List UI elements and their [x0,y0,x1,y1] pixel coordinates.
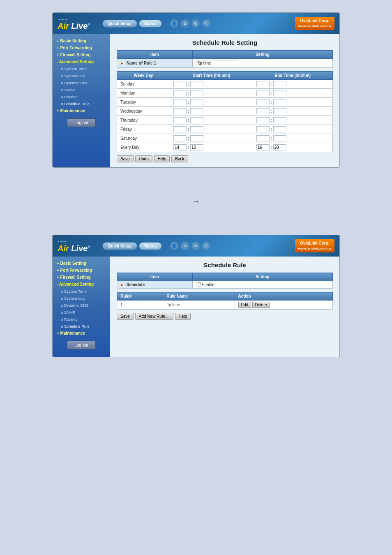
wednesday-end-h[interactable] [256,108,270,114]
panel2-setting-col-header: Setting [192,273,332,281]
logout-button[interactable]: Log out [67,118,96,127]
tuesday-start-m[interactable] [190,99,203,105]
tuesday-start-h[interactable] [173,99,187,105]
thursday-end-h[interactable] [256,117,270,123]
sidebar2-item-maintenance[interactable]: + Maintenance [55,330,108,337]
week-time-table: Week Day Start Time (hh:mm) End Time (hh… [117,71,333,152]
sidebar2-item-advanced-setting[interactable]: - Advanced Setting [55,281,108,288]
undo-button[interactable]: Undo [135,155,152,162]
nav-buttons: Quick Setup Status [102,20,162,28]
everyday-start-cell: : [170,143,253,152]
friday-end-m[interactable] [273,126,286,132]
sunday-end-h[interactable] [256,81,270,87]
refresh-icon: ↻ [191,19,200,28]
sidebar2-item-schedule-rule[interactable]: o Schedule Rule [55,323,108,330]
tuesday-end-h[interactable] [256,99,270,105]
sidebar-item-system-time[interactable]: o System Time [55,65,108,72]
sidebar2-item-basic-setting[interactable]: + Basic Setting [55,260,108,267]
tuesday-start-cell: : [170,98,253,107]
sunday-start-h[interactable] [173,81,187,87]
logout-button2[interactable]: Log out [67,341,96,349]
everyday-label: Every Day [117,143,170,152]
monday-end-h[interactable] [256,90,270,96]
sidebar-item-firewall-setting[interactable]: + Firewall Setting [55,51,108,58]
monday-end-m[interactable] [273,90,286,96]
status-btn2[interactable]: Status [139,242,162,250]
sidebar-item-port-forwarding[interactable]: + Port Forwarding [55,44,108,51]
edit-button[interactable]: Edit [238,302,251,308]
delete-button[interactable]: Delete [252,302,270,308]
rule-num-cell: 1 [117,301,163,310]
saturday-label: Saturday [117,134,170,143]
save-button[interactable]: Save [117,155,134,162]
sidebar2-item-system-log[interactable]: o System Log [55,295,108,302]
sunday-end-m[interactable] [273,81,286,87]
sidebar2-item-port-forwarding[interactable]: + Port Forwarding [55,267,108,274]
quick-setup-btn[interactable]: Quick Setup [102,20,137,28]
table-row: Saturday : : [117,134,333,143]
table-row: Tuesday : : [117,98,333,107]
logo-text: Air Live® [58,22,90,30]
everyday-start-m[interactable] [190,144,203,150]
sunday-start-m[interactable] [190,81,203,87]
saturday-end-h[interactable] [256,135,270,141]
saturday-end-m[interactable] [273,135,286,141]
sidebar-item-dynamic-dns[interactable]: o Dynamic DNS [55,79,108,86]
sidebar2-item-dynamic-dns[interactable]: o Dynamic DNS [55,302,108,309]
sidebar2-item-routing[interactable]: o Routing [55,316,108,323]
sidebar-item-maintenance[interactable]: + Maintenance [55,107,108,114]
add-new-rule-button[interactable]: Add New Rule ... [135,313,173,320]
thursday-label: Thursday [117,116,170,125]
sep: : [271,82,272,86]
sunday-end-cell: : [253,80,332,89]
friday-start-m[interactable] [190,126,203,132]
saturday-start-h[interactable] [173,135,187,141]
help-button[interactable]: Help [154,155,170,162]
thursday-start-h[interactable] [173,117,187,123]
friday-end-h[interactable] [256,126,270,132]
thursday-end-m[interactable] [273,117,286,123]
saturday-start-m[interactable] [190,135,203,141]
tuesday-end-m[interactable] [273,99,286,105]
monday-label: Monday [117,89,170,98]
status-btn[interactable]: Status [139,20,162,28]
panel2-save-button[interactable]: Save [117,313,134,320]
sidebar-item-system-log[interactable]: o System Log [55,72,108,79]
panel2-help-button[interactable]: Help [175,313,191,320]
sidebar2-item-system-time[interactable]: o System Time [55,288,108,295]
person-icon: 👤 [170,19,178,28]
sidebar-item-basic-setting[interactable]: + Basic Setting [55,37,108,44]
thursday-start-m[interactable] [190,117,203,123]
wednesday-start-m[interactable] [190,108,203,114]
panel2-action-buttons: Save Add New Rule ... Help [117,313,333,320]
start-time-col-header: Start Time (hh:mm) [170,72,253,80]
back-button[interactable]: Back [171,155,188,162]
sidebar-item-routing[interactable]: o Routing [55,93,108,100]
everyday-end-h[interactable] [256,144,270,150]
table-row: Sunday : : [117,80,333,89]
brand-logo: OvisLink Corp.www.ovislink.com.tw [295,17,334,30]
monday-start-m[interactable] [190,90,203,96]
everyday-start-h[interactable] [173,144,187,150]
friday-start-h[interactable] [173,126,187,132]
wednesday-start-h[interactable] [173,108,187,114]
sidebar-item-snmp[interactable]: o SNMP [55,86,108,93]
wednesday-end-m[interactable] [273,108,286,114]
sidebar2-item-firewall-setting[interactable]: + Firewall Setting [55,274,108,281]
panel1-page-title: Schedule Rule Setting [117,39,333,46]
rule-name-label: ► Name of Rule 1 [117,59,193,68]
sidebar-item-advanced-setting[interactable]: - Advanced Setting [55,58,108,65]
table-row: Friday : : [117,125,333,134]
table-row: Monday : : [117,89,333,98]
everyday-end-m[interactable] [273,144,286,150]
panel2-page-title: Schedule Rule [117,261,333,268]
rule-name-input[interactable] [196,60,237,66]
brand-logo-text: OvisLink Corp.www.ovislink.com.tw [298,18,331,28]
enable-checkbox[interactable] [196,282,201,287]
schedule-enable-cell: Enable [192,281,332,289]
sidebar-item-schedule-rule[interactable]: o Schedule Rule [55,100,108,107]
monday-start-h[interactable] [173,90,187,96]
sidebar2-item-snmp[interactable]: o SNMP [55,309,108,316]
quick-setup-btn2[interactable]: Quick Setup [102,242,137,250]
brand-logo-text2: OvisLink Corp.www.ovislink.com.tw [298,241,331,251]
